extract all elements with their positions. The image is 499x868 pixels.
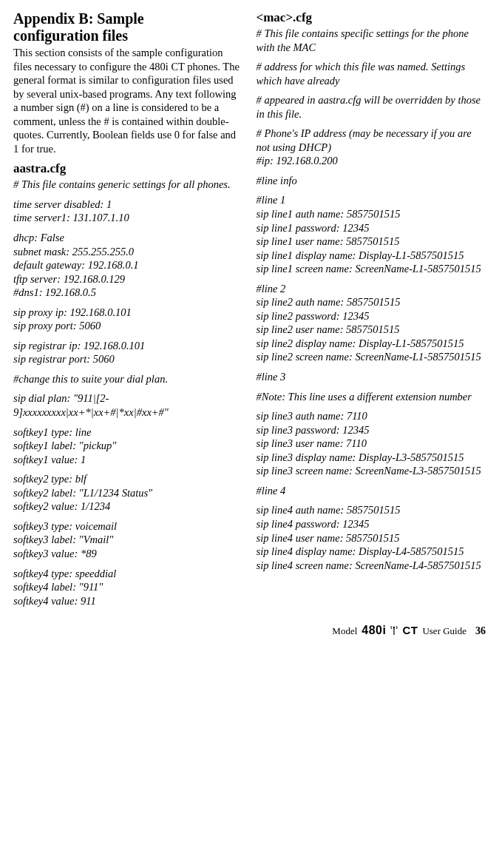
left-column: Appendix B: Sample configuration files T… xyxy=(13,10,243,613)
softkey1-block: softkey1 type: line softkey1 label: "pic… xyxy=(13,425,243,467)
line1-block: #line 1 sip line1 auth name: 5857501515 … xyxy=(257,193,486,275)
softkey2-block: softkey2 type: blf softkey2 label: "L1/1… xyxy=(13,472,243,514)
ip-block: # Phone's IP address (may be necessary i… xyxy=(257,127,486,168)
line4-header: #line 4 xyxy=(257,484,486,498)
softkey4-block: softkey4 type: speeddial softkey4 label:… xyxy=(13,567,243,608)
mac-cfg-heading: <mac>.cfg xyxy=(257,10,486,25)
line3-block: sip line3 auth name: 7110 sip line3 pass… xyxy=(257,409,486,478)
line3-header: #line 3 xyxy=(257,370,486,384)
right-column: <mac>.cfg # This file contains specific … xyxy=(257,10,486,613)
mac-note-1: # This file contains specific settings f… xyxy=(257,27,486,54)
footer-model-number: 480i xyxy=(361,624,386,637)
page-body: Appendix B: Sample configuration files T… xyxy=(0,0,499,619)
footer-model-suffix: CT xyxy=(402,624,418,636)
aastra-cfg-heading: aastra.cfg xyxy=(13,161,243,176)
title-line-2: configuration files xyxy=(13,27,128,44)
footer-model-prefix: Model xyxy=(332,625,357,637)
line4-block: sip line4 auth name: 5857501515 sip line… xyxy=(257,503,486,572)
svg-point-0 xyxy=(393,627,396,629)
two-column-layout: Appendix B: Sample configuration files T… xyxy=(13,10,486,613)
line3-note: #Note: This line uses a different extens… xyxy=(257,390,486,404)
page-footer: Model 480i CT User Guide 36 xyxy=(0,619,499,645)
mac-note-2: # address for which this file was named.… xyxy=(257,60,486,87)
aastra-note: # This file contains generic settings fo… xyxy=(13,178,243,192)
line-info-heading: #line info xyxy=(257,174,486,188)
line2-block: #line 2 sip line2 auth name: 5857501515 … xyxy=(257,282,486,364)
sip-registrar-block: sip registrar ip: 192.168.0.101 sip regi… xyxy=(13,339,243,366)
footer-guide-text: User Guide xyxy=(422,625,466,637)
intro-paragraph: This section consists of the sample conf… xyxy=(13,46,243,155)
sip-proxy-block: sip proxy ip: 192.168.0.101 sip proxy po… xyxy=(13,306,243,333)
antenna-icon xyxy=(390,625,398,636)
dialplan-note: #change this to suite your dial plan. xyxy=(13,372,243,386)
mac-note-3: # appeared in aastra.cfg will be overrid… xyxy=(257,93,486,121)
dialplan-line: sip dial plan: "911|[2-9]xxxxxxxxx|xx+*|… xyxy=(13,391,243,419)
footer-page-number: 36 xyxy=(475,625,486,637)
title-line-1: Appendix B: Sample xyxy=(13,10,144,27)
time-server-block: time server disabled: 1 time server1: 13… xyxy=(13,198,243,225)
appendix-title: Appendix B: Sample configuration files xyxy=(13,10,243,44)
network-block: dhcp: False subnet mask: 255.255.255.0 d… xyxy=(13,231,243,300)
softkey3-block: softkey3 type: voicemail softkey3 label:… xyxy=(13,519,243,561)
